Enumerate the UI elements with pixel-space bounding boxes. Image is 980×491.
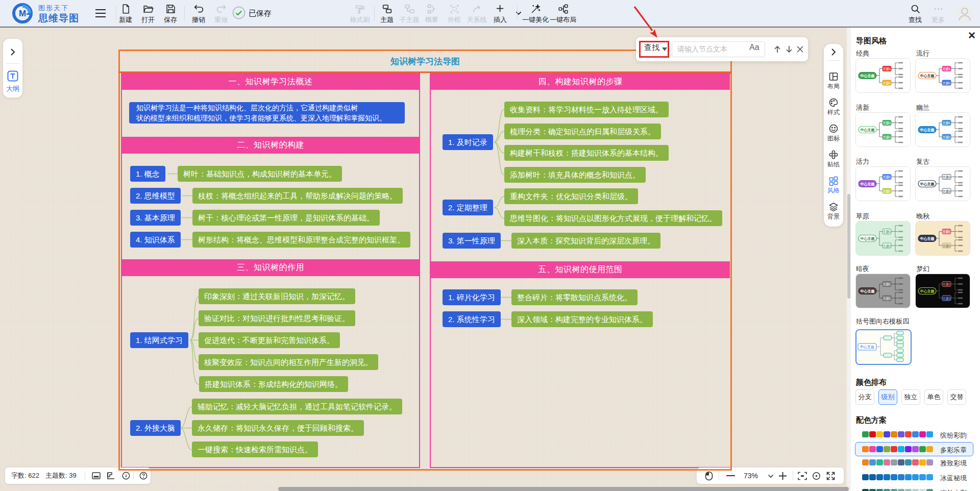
- svg-text:主题2: 主题2: [943, 135, 951, 139]
- svg-text:主题1: 主题1: [883, 230, 891, 234]
- svg-text:主题1: 主题1: [943, 282, 951, 286]
- svg-text:中心主题: 中心主题: [920, 73, 935, 78]
- svg-text:主题2: 主题2: [943, 189, 951, 193]
- svg-text:主题1: 主题1: [943, 175, 951, 179]
- svg-text:中心主题: 中心主题: [920, 182, 935, 186]
- svg-text:中心主题: 中心主题: [920, 128, 935, 132]
- svg-text:中心主题: 中心主题: [861, 236, 875, 241]
- svg-text:主题2: 主题2: [883, 189, 891, 193]
- svg-text:主题2: 主题2: [943, 297, 951, 301]
- svg-text:主题1: 主题1: [943, 67, 951, 71]
- svg-text:中心主题: 中心主题: [861, 182, 875, 186]
- svg-text:M: M: [19, 9, 26, 18]
- svg-text:主题1: 主题1: [883, 121, 891, 125]
- svg-text:主题1: 主题1: [883, 175, 891, 179]
- svg-text:主题1: 主题1: [943, 230, 951, 234]
- svg-text:中心主题: 中心主题: [861, 128, 875, 132]
- svg-text:中心主题: 中心主题: [920, 289, 935, 293]
- svg-text:主题2: 主题2: [883, 297, 891, 301]
- svg-text:主题2: 主题2: [943, 81, 951, 85]
- svg-text:中心主题: 中心主题: [861, 289, 875, 293]
- svg-text:主题2: 主题2: [883, 81, 891, 85]
- svg-text:中心主题: 中心主题: [920, 236, 935, 241]
- svg-text:主题1: 主题1: [883, 282, 891, 286]
- svg-text:中心主题: 中心主题: [861, 73, 875, 78]
- svg-text:中心主题: 中心主题: [860, 345, 874, 349]
- svg-text:主题1: 主题1: [943, 121, 951, 125]
- svg-text:主题1: 主题1: [883, 67, 891, 71]
- svg-text:主题2: 主题2: [883, 135, 891, 139]
- svg-text:主题2: 主题2: [883, 244, 891, 248]
- svg-text:主题2: 主题2: [943, 244, 951, 248]
